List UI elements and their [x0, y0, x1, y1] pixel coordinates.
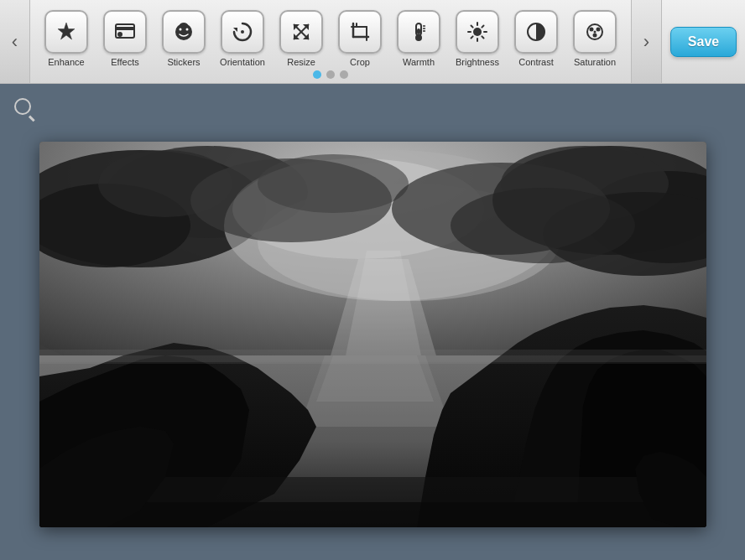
- tools-row: Enhance Effects: [37, 0, 624, 70]
- nav-right-button[interactable]: ›: [631, 0, 661, 83]
- svg-line-34: [482, 36, 483, 38]
- search-icon: [14, 98, 31, 115]
- crop-icon-box: [338, 10, 382, 54]
- stickers-icon-box: [162, 10, 206, 54]
- tool-stickers[interactable]: Stickers: [154, 5, 213, 70]
- tool-effects[interactable]: Effects: [96, 5, 154, 70]
- contrast-icon: [524, 20, 548, 44]
- svg-rect-80: [39, 355, 706, 364]
- orientation-icon-box: [221, 10, 264, 54]
- stickers-label: Stickers: [167, 57, 200, 67]
- svg-point-59: [258, 154, 409, 213]
- svg-point-9: [241, 30, 244, 34]
- search-button[interactable]: [10, 94, 35, 119]
- nav-right-icon: ›: [643, 31, 649, 53]
- dot-2[interactable]: [326, 70, 335, 79]
- svg-point-7: [180, 23, 188, 28]
- enhance-label: Enhance: [48, 57, 84, 67]
- orientation-icon: [231, 20, 254, 44]
- tool-crop[interactable]: Crop: [331, 5, 389, 70]
- toolbar-tools: Enhance Effects: [30, 0, 631, 83]
- resize-label: Resize: [287, 57, 315, 67]
- svg-point-41: [593, 34, 597, 38]
- brightness-icon: [466, 20, 489, 44]
- effects-icon: [113, 20, 137, 44]
- crop-label: Crop: [350, 57, 370, 67]
- orientation-label: Orientation: [220, 57, 265, 67]
- svg-line-35: [482, 26, 483, 28]
- effects-icon-box: [103, 10, 147, 54]
- photo-frame: [39, 142, 706, 527]
- enhance-icon: [55, 20, 78, 44]
- svg-point-39: [590, 28, 594, 32]
- svg-marker-0: [58, 23, 75, 39]
- svg-point-24: [415, 34, 422, 41]
- crop-icon: [348, 20, 372, 44]
- tool-resize[interactable]: Resize: [272, 5, 331, 70]
- stickers-icon: [172, 20, 195, 44]
- contrast-label: Contrast: [518, 57, 554, 67]
- effects-label: Effects: [111, 57, 138, 67]
- tool-saturation[interactable]: Saturation: [565, 5, 624, 70]
- enhance-icon-box: [44, 10, 88, 54]
- tool-brightness[interactable]: Brightness: [448, 5, 507, 70]
- page-dots: [313, 70, 348, 84]
- saturation-label: Saturation: [574, 57, 616, 67]
- saturation-icon: [583, 20, 607, 44]
- nav-left-button[interactable]: ‹: [0, 0, 30, 83]
- svg-point-28: [473, 28, 482, 36]
- photo-image: [39, 142, 706, 527]
- saturation-icon-box: [573, 10, 617, 54]
- save-button[interactable]: Save: [670, 27, 737, 57]
- svg-point-6: [186, 29, 189, 31]
- tool-contrast[interactable]: Contrast: [507, 5, 565, 70]
- svg-point-5: [180, 29, 182, 31]
- toolbar: ‹ Enhance: [0, 0, 745, 84]
- svg-point-61: [451, 188, 635, 263]
- svg-rect-23: [417, 29, 420, 34]
- main-area: [0, 84, 745, 560]
- brightness-icon-box: [456, 10, 499, 54]
- svg-line-36: [471, 36, 473, 38]
- brightness-label: Brightness: [456, 57, 499, 67]
- tool-enhance[interactable]: Enhance: [37, 5, 96, 70]
- photo-container: [0, 84, 745, 560]
- tool-orientation[interactable]: Orientation: [213, 5, 272, 70]
- contrast-icon-box: [514, 10, 558, 54]
- svg-point-40: [597, 28, 601, 32]
- svg-line-33: [471, 26, 473, 28]
- save-area: Save: [661, 0, 745, 83]
- dot-1[interactable]: [313, 70, 321, 79]
- nav-left-icon: ‹: [12, 31, 18, 53]
- svg-point-3: [117, 32, 122, 37]
- tool-warmth[interactable]: Warmth: [389, 5, 448, 70]
- warmth-label: Warmth: [403, 57, 435, 67]
- warmth-icon: [407, 20, 430, 44]
- resize-icon: [289, 20, 313, 44]
- dot-3[interactable]: [340, 70, 348, 79]
- warmth-icon-box: [397, 10, 440, 54]
- svg-point-42: [594, 31, 597, 34]
- svg-rect-2: [116, 27, 134, 30]
- resize-icon-box: [279, 10, 323, 54]
